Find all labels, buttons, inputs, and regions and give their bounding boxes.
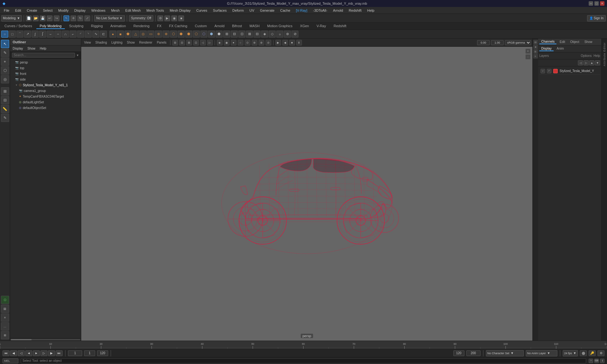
tool-geo4[interactable]: ⬢ <box>208 31 215 38</box>
tool-curve3[interactable]: ∫ <box>32 31 39 38</box>
tool-arc1[interactable]: ◜ <box>77 31 84 38</box>
vp-icon-render2[interactable]: ◀ <box>282 40 288 46</box>
vp-icon-shade2[interactable]: ◉ <box>224 40 230 46</box>
tool-geo15[interactable]: ⊘ <box>291 31 298 38</box>
tool-select[interactable]: ○ <box>1 31 8 38</box>
redo-button[interactable]: ↪ <box>54 15 59 21</box>
lasso-tool[interactable]: ⌖ <box>1 58 9 66</box>
tool-curve7[interactable]: ∩ <box>62 31 69 38</box>
new-file-button[interactable]: 📄 <box>26 15 32 21</box>
rt-icon1[interactable]: ▤ <box>533 40 538 44</box>
tab-rendering[interactable]: Rendering <box>130 23 153 29</box>
tab-poly-modeling[interactable]: Poly Modeling <box>36 23 64 29</box>
grid-tool[interactable]: ⊟ <box>1 96 9 104</box>
brush-tool[interactable]: ⬡ <box>1 66 9 75</box>
vp-menu-shading[interactable]: Shading <box>94 40 109 45</box>
menu-display[interactable]: Display <box>72 8 88 13</box>
tool-geo1[interactable]: ⬣ <box>185 31 192 38</box>
vp-overlay-btn1[interactable]: + <box>525 49 530 54</box>
info-icon[interactable]: ℹ <box>600 359 604 363</box>
paint-tool[interactable]: ✎ <box>1 49 9 57</box>
extra-button[interactable]: … <box>1 322 9 331</box>
tab-animation[interactable]: Animation <box>107 23 129 29</box>
anim-layer-dropdown[interactable]: No Anim Layer ▼ <box>526 350 557 356</box>
outliner-item-front[interactable]: 📷 front <box>10 71 81 76</box>
status-message[interactable] <box>21 358 586 363</box>
prev-frame-button[interactable]: ◀ <box>10 350 17 356</box>
layers-button[interactable]: ▤ <box>1 305 9 313</box>
select-tool[interactable]: ↖ <box>1 40 9 48</box>
vp-icon-camera3[interactable]: ⊠ <box>186 40 192 46</box>
tool-bezier[interactable]: ⊏ <box>100 31 107 38</box>
menu-surfaces[interactable]: Surfaces <box>211 8 229 13</box>
vp-icon-camera2[interactable]: ⊟ <box>179 40 185 46</box>
search-dropdown-icon[interactable]: ▼ <box>76 54 79 57</box>
tool-curve4[interactable]: ʃ <box>39 31 46 38</box>
outliner-item-temp-cam[interactable]: ✦ TempCamFBXASC046Target <box>10 94 81 99</box>
vp-menu-view[interactable]: View <box>83 40 93 45</box>
attribute-editor-label[interactable]: Attribute Editor <box>603 42 606 66</box>
menu-create[interactable]: Create <box>24 8 40 13</box>
tool-geo13[interactable]: ⟐ <box>276 31 283 38</box>
tool-curve2[interactable]: ↗ <box>24 31 31 38</box>
tool-geo10[interactable]: ⊟ <box>254 31 261 38</box>
tab-curves-surfaces[interactable]: Curves / Surfaces <box>1 23 35 29</box>
symmetry-button[interactable]: Symmetry: Off <box>129 15 154 21</box>
vp-menu-lighting[interactable]: Lighting <box>110 40 124 45</box>
menu-redshift[interactable]: Redshift <box>346 8 364 13</box>
tool-soccer[interactable]: ⬡ <box>170 31 177 38</box>
vp-menu-show[interactable]: Show <box>125 40 136 45</box>
menu-mesh-tools[interactable]: Mesh Tools <box>144 8 166 13</box>
vp-icon-render1[interactable]: ▶ <box>275 40 281 46</box>
outliner-scrollbar[interactable] <box>10 338 81 341</box>
ch-tab-object[interactable]: Object <box>568 40 581 44</box>
sculpt-tool[interactable]: ◎ <box>1 75 9 83</box>
ch-tab-channels[interactable]: Channels <box>539 39 556 44</box>
outliner-item-tesla[interactable]: ▼ ⬡ Stylized_Tesla_Model_Y_nd1_1 <box>10 82 81 88</box>
tab-fx[interactable]: FX <box>154 23 165 29</box>
menu-arnold[interactable]: Arnold <box>330 8 346 13</box>
tool-curve5[interactable]: ⌣ <box>47 31 54 38</box>
menu-windows[interactable]: Windows <box>89 8 108 13</box>
save-file-button[interactable]: 💾 <box>40 15 46 21</box>
tool-cylinder[interactable]: ⬟ <box>125 31 132 38</box>
tab-arnold[interactable]: Arnold <box>211 23 228 29</box>
tool-geo3[interactable]: ⬡ <box>200 31 207 38</box>
tab-vray[interactable]: V-Ray <box>313 23 329 29</box>
goto-end-button[interactable]: ⏭ <box>56 350 63 356</box>
tool-torus[interactable]: ◎ <box>140 31 147 38</box>
bottom-button1[interactable]: ⊞ <box>1 331 9 339</box>
vp-menu-renderer[interactable]: Renderer <box>138 40 154 45</box>
layer-playback-check[interactable]: P <box>547 69 551 73</box>
outliner-item-persp[interactable]: 📷 persp <box>10 59 81 65</box>
tool-helix[interactable]: ⊕ <box>162 31 169 38</box>
vp-icon-shade1[interactable]: ◈ <box>217 40 223 46</box>
layer-nav-btn4[interactable]: ▼ <box>595 60 600 65</box>
ch-tab-show[interactable]: Show <box>582 40 594 44</box>
help-label[interactable]: Help <box>593 54 600 58</box>
scale-tool-button[interactable]: ⤢ <box>84 15 90 21</box>
next-key-button[interactable]: ▷ <box>40 350 47 356</box>
select-tool-button[interactable]: ↖ <box>64 15 69 21</box>
frame-start-input[interactable] <box>84 350 95 356</box>
menu-select[interactable]: Select <box>40 8 55 13</box>
ch-tab-edit[interactable]: Edit <box>558 40 567 44</box>
near-clip-input[interactable] <box>477 40 490 45</box>
tool-geo9[interactable]: ⊠ <box>246 31 253 38</box>
layer-nav-btn2[interactable]: ▷ <box>584 60 589 65</box>
rt-icon2[interactable]: ◈ <box>533 45 538 49</box>
gamma-select[interactable]: sRGB gamma <box>505 40 531 45</box>
vp-icon-shade8[interactable]: ⊘ <box>266 40 271 46</box>
stop-render-button[interactable]: ■ <box>178 15 184 21</box>
vp-icon-render4[interactable]: ⏸ <box>296 40 302 46</box>
tool-geo2[interactable]: ⬠ <box>193 31 200 38</box>
menu-help[interactable]: Help <box>365 8 377 13</box>
tool-spline[interactable]: ∿ <box>92 31 99 38</box>
tool-platonic[interactable]: ⬢ <box>178 31 185 38</box>
menu-mesh-display[interactable]: Mesh Display <box>167 8 193 13</box>
vp-icon-shade7[interactable]: ⊕ <box>259 40 264 46</box>
render-button[interactable]: ▶ <box>164 15 170 21</box>
rt-icon4[interactable]: ≡ <box>533 54 538 58</box>
play-backward-button[interactable]: ◄ <box>25 350 32 356</box>
menu-mesh[interactable]: Mesh <box>108 8 122 13</box>
